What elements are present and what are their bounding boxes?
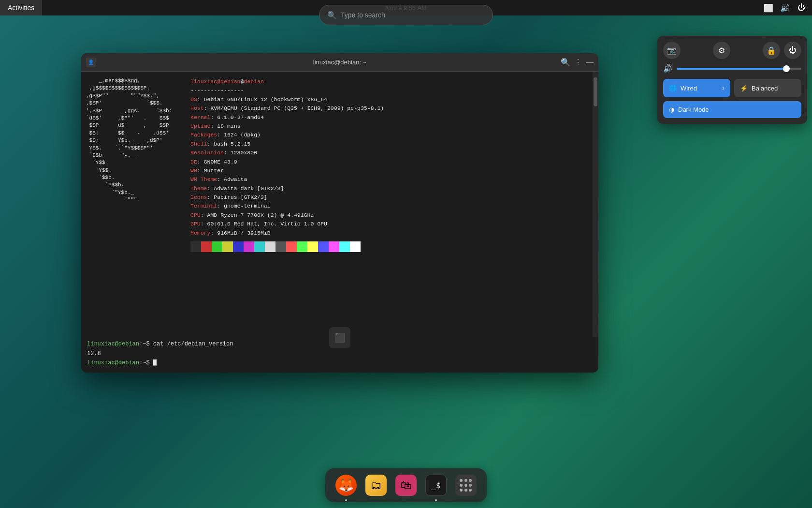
color-block [244,241,254,252]
color-block [233,241,244,252]
color-block [297,241,307,252]
terminal-titlebar: 👤 linuxiac@debian: ~ 🔍 ⋮ — [81,53,598,72]
search-bar: 🔍 [319,5,493,25]
search-icon: 🔍 [327,11,337,20]
wired-button[interactable]: 🌐 Wired › [663,79,730,97]
desktop: 👤 linuxiac@debian: ~ 🔍 ⋮ — _,met$$$$$gg.… [0,15,812,508]
dock-item-firefox[interactable]: 🦊 [333,472,359,498]
wired-arrow: › [722,84,725,92]
terminal-cmd2: linuxiac@debian:~$ █ [87,359,593,368]
sysinfo-row: Kernel: 6.1.0-27-amd64 [190,113,590,122]
balanced-icon: ⚡ [740,85,748,92]
dock: 🦊 🗂 🛍 _$ [325,468,487,502]
color-block [201,241,212,252]
sysinfo-value: : 18 mins [210,123,240,129]
qs-top-right: 🔒 ⏻ [763,42,801,59]
dock-item-files[interactable]: 🗂 [363,472,389,498]
software-icon: 🛍 [395,475,417,496]
terminal-titlebar-controls: 🔍 ⋮ — [561,58,594,67]
sysinfo-label: Memory [190,230,210,236]
files-icon: 🗂 [365,475,387,496]
dock-item-terminal[interactable]: _$ [423,472,449,498]
qs-top-row: 📷 ⚙ 🔒 ⏻ [663,42,801,59]
scrollbar-thumb[interactable] [594,77,597,106]
color-block [318,241,329,252]
sysinfo-user-host: linuxiac@debian@debian [190,77,590,86]
sysinfo-row: Memory: 916MiB / 3915MiB [190,229,590,238]
sysinfo-label: WM [190,167,197,174]
sysinfo-label: Packages [190,132,217,138]
volume-icon[interactable]: 🔊 [778,1,792,15]
dock-item-apps[interactable] [453,472,479,498]
sysinfo-row: Theme: Adwaita-dark [GTK2/3] [190,184,590,193]
power-icon[interactable]: ⏻ [795,1,808,15]
lock-button[interactable]: 🔒 [763,42,780,59]
sysinfo-label: Shell [190,141,207,147]
color-block [286,241,297,252]
color-block [276,241,286,252]
sysinfo-label: Icons [190,194,207,200]
volume-row: 🔊 [663,64,801,73]
sysinfo-row: GPU: 00:01.0 Red Hat, Inc. Virtio 1.0 GP… [190,220,590,228]
color-block [190,241,201,252]
sysinfo-label: Host [190,105,204,111]
terminal-overlay-icon: ⬛ [329,327,350,348]
sysinfo-rows: OS: Debian GNU/Linux 12 (bookworm) x86_6… [190,95,590,238]
sysinfo-value: : Adwaita-dark [GTK2/3] [207,185,284,192]
sysinfo-label: Uptime [190,123,210,129]
sysinfo-row: OS: Debian GNU/Linux 12 (bookworm) x86_6… [190,95,590,104]
firefox-dot [345,499,347,501]
balanced-button[interactable]: ⚡ Balanced [734,79,801,97]
search-container: 🔍 [319,5,493,25]
scrollbar-track[interactable] [593,72,598,373]
screenshot-button[interactable]: 📷 [663,42,681,59]
terminal-dock-icon: _$ [425,475,447,496]
color-block [307,241,318,252]
sysinfo-value: : 1280x800 [224,149,257,156]
terminal-titlebar-left: 👤 [86,58,96,67]
sysinfo-row: Packages: 1624 (dpkg) [190,131,590,139]
volume-slider[interactable] [677,68,801,70]
settings-button[interactable]: ⚙ [713,42,730,59]
sysinfo-value: : 916MiB / 3915MiB [210,230,270,236]
terminal-menu-btn[interactable]: ⋮ [574,58,582,67]
activities-button[interactable]: Activities [0,0,42,15]
sysinfo-row: WM: Mutter [190,166,590,175]
sysinfo-row: DE: GNOME 43.9 [190,158,590,166]
sysinfo-label: CPU [190,212,201,218]
sysinfo-row: Icons: Papirus [GTK2/3] [190,193,590,202]
sysinfo-row: Resolution: 1280x800 [190,149,590,157]
volume-slider-thumb[interactable] [783,65,790,72]
sysinfo-value: : 6.1.0-27-amd64 [210,114,263,120]
sysinfo-value: : bash 5.2.15 [207,141,251,147]
wired-icon: 🌐 [669,85,677,92]
color-blocks [190,241,590,252]
screen-icon[interactable]: ⬜ [762,1,775,15]
terminal-shell-icon: ⬛ [334,332,345,343]
sysinfo-value: : Debian GNU/Linux 12 (bookworm) x86_64 [197,96,327,103]
sysinfo-row: Shell: bash 5.2.15 [190,140,590,149]
balanced-label: Balanced [752,85,778,92]
terminal-search-btn[interactable]: 🔍 [561,58,570,67]
sysinfo-label: WM Theme [190,176,217,182]
dark-mode-icon: ◑ [669,106,674,113]
sysinfo-value: : 1624 (dpkg) [217,132,261,138]
power-settings-button[interactable]: ⏻ [784,42,801,59]
ascii-art: _,met$$$$$gg. ,g$$$$$$$$$$$$$$$P. ,g$$P"… [81,72,188,373]
sysinfo-value: : GNOME 43.9 [197,159,237,165]
sysinfo-panel: linuxiac@debian@debian ---------------- … [188,72,593,373]
terminal-minimize-btn[interactable]: — [586,58,594,67]
terminal-cmd1-output: 12.8 [87,349,593,359]
dock-item-software[interactable]: 🛍 [393,472,419,498]
system-tray: ⬜ 🔊 ⏻ [762,1,812,15]
sysinfo-label: Theme [190,185,207,192]
search-input[interactable] [341,11,485,19]
sysinfo-label: Resolution [190,149,224,156]
sysinfo-row: Terminal: gnome-terminal [190,202,590,210]
dark-mode-button[interactable]: ◑ Dark Mode [663,101,801,118]
sysinfo-separator: ---------------- [190,86,590,95]
terminal-window: 👤 linuxiac@debian: ~ 🔍 ⋮ — _,met$$$$$gg.… [81,53,598,373]
terminal-dot [435,499,437,501]
sysinfo-row: Host: KVM/QEMU (Standard PC (Q35 + ICH9,… [190,104,590,113]
sysinfo-label: Kernel [190,114,210,120]
